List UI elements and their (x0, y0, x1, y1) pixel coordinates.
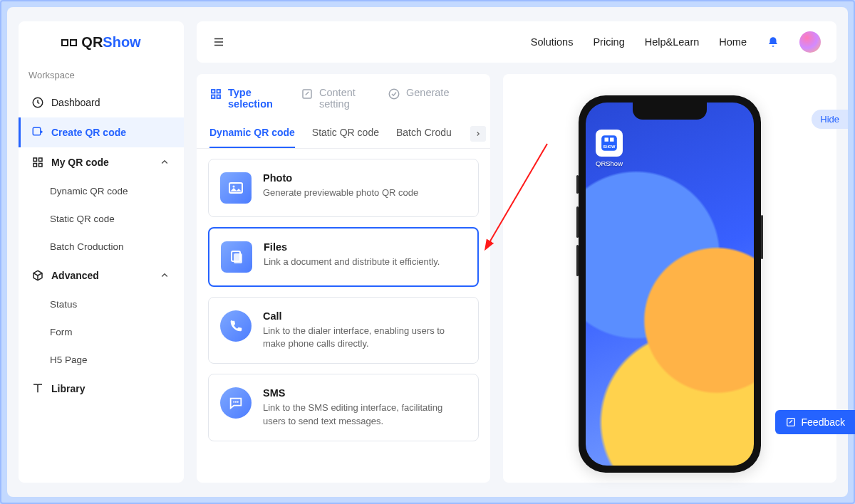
svg-rect-4 (33, 164, 37, 167)
svg-rect-5 (39, 164, 43, 167)
type-list: Photo Generate previewable photo QR code… (197, 149, 490, 451)
svg-rect-9 (217, 95, 221, 99)
svg-point-13 (233, 186, 235, 188)
nav-help[interactable]: Help&Learn (645, 36, 700, 48)
phone-mockup: SHOW QRShow (579, 95, 761, 473)
svg-point-17 (235, 401, 237, 403)
nav-solutions[interactable]: Solutions (531, 36, 574, 48)
phone-app-label: QRShow (596, 159, 623, 167)
grid-icon (209, 88, 222, 100)
svg-point-16 (233, 401, 234, 403)
sidebar-item-library[interactable]: Library (19, 374, 184, 404)
wizard-steps: Type selection Content setting Generate (197, 74, 490, 120)
hamburger-icon[interactable] (212, 36, 225, 48)
tab-dynamic[interactable]: Dynamic QR code (209, 120, 295, 148)
type-card-photo[interactable]: Photo Generate previewable photo QR code (208, 159, 479, 217)
topbar: Solutions Pricing Help&Learn Home (197, 21, 836, 63)
svg-rect-7 (217, 90, 221, 93)
svg-rect-6 (212, 90, 215, 93)
sidebar-sub-static[interactable]: Static QR code (19, 205, 184, 233)
chevron-up-icon (158, 156, 171, 169)
svg-rect-2 (33, 158, 37, 162)
sidebar-label: Advanced (51, 270, 99, 281)
sidebar-label: Library (51, 383, 85, 394)
type-title: Photo (263, 172, 418, 184)
grid-icon (31, 156, 44, 169)
sidebar-label: Dashboard (51, 97, 100, 108)
type-title: Call (263, 310, 467, 322)
bell-icon[interactable] (767, 36, 779, 48)
type-desc: Link to the SMS editing interface, facil… (263, 401, 467, 427)
type-title: SMS (263, 387, 467, 399)
user-avatar[interactable] (799, 31, 821, 53)
phone-screen: SHOW QRShow (586, 103, 754, 466)
step-content-setting[interactable]: Content setting (301, 87, 366, 110)
svg-rect-15 (234, 253, 242, 263)
sidebar-item-my-qr[interactable]: My QR code (19, 147, 184, 177)
sidebar-label: My QR code (51, 157, 109, 168)
builder-panel: Type selection Content setting Generate … (197, 74, 490, 483)
phone-icon (220, 310, 252, 342)
type-card-files[interactable]: Files Link a document and distribute it … (208, 227, 479, 287)
hide-preview-button[interactable]: Hide (812, 110, 848, 129)
files-icon (221, 241, 252, 273)
svg-rect-1 (33, 127, 41, 135)
svg-rect-20 (605, 137, 608, 141)
type-card-sms[interactable]: SMS Link to the SMS editing interface, f… (208, 374, 479, 441)
photo-icon (220, 172, 252, 204)
check-circle-icon (388, 88, 400, 100)
sidebar-item-advanced[interactable]: Advanced (19, 261, 184, 290)
sidebar-sub-h5[interactable]: H5 Page (19, 346, 184, 374)
svg-text:SHOW: SHOW (603, 145, 616, 149)
qr-type-tabs: Dynamic QR code Static QR code Batch Cro… (197, 120, 490, 149)
type-desc: Generate previewable photo QR code (263, 187, 418, 199)
svg-point-11 (389, 89, 399, 99)
type-desc: Link a document and distribute it effici… (264, 256, 440, 268)
type-card-call[interactable]: Call Link to the dialer interface, enabl… (208, 297, 479, 364)
svg-rect-3 (39, 158, 43, 162)
svg-rect-21 (610, 137, 613, 141)
create-plus-icon (31, 126, 44, 139)
step-type-selection[interactable]: Type selection (209, 87, 279, 110)
tabs-scroll-right[interactable] (470, 126, 486, 142)
sidebar: QRShow Workspace Dashboard Create QR cod… (19, 21, 184, 483)
sidebar-item-dashboard[interactable]: Dashboard (19, 88, 184, 117)
nav-home[interactable]: Home (719, 36, 747, 48)
svg-rect-8 (212, 95, 215, 99)
phone-app-icon: SHOW QRShow (596, 130, 623, 167)
sidebar-sub-dynamic[interactable]: Dynamic QR code (19, 177, 184, 205)
sidebar-sub-batch[interactable]: Batch Croduction (19, 233, 184, 261)
feedback-button[interactable]: Feedback (775, 410, 855, 434)
tab-batch[interactable]: Batch Crodu (396, 120, 452, 148)
cube-icon (31, 269, 44, 282)
nav-pricing[interactable]: Pricing (593, 36, 624, 48)
step-generate[interactable]: Generate (388, 87, 449, 110)
type-desc: Link to the dialer interface, enabling u… (263, 325, 467, 350)
svg-rect-19 (601, 135, 617, 151)
type-title: Files (264, 241, 440, 253)
svg-point-18 (237, 401, 239, 403)
book-icon (31, 382, 44, 395)
brand-logo[interactable]: QRShow (19, 21, 184, 64)
clock-icon (31, 96, 44, 109)
chevron-up-icon (158, 269, 171, 282)
sidebar-label: Create QR code (51, 127, 126, 138)
qr-logo-icon (61, 39, 77, 46)
sms-icon (220, 387, 252, 419)
tab-static[interactable]: Static QR code (312, 120, 379, 148)
workspace-label: Workspace (19, 64, 184, 88)
sidebar-sub-form[interactable]: Form (19, 318, 184, 346)
sidebar-item-create-qr[interactable]: Create QR code (19, 117, 184, 147)
edit-square-icon (785, 416, 797, 428)
brand-text: QRShow (81, 34, 140, 51)
edit-icon (301, 88, 314, 100)
sidebar-sub-status[interactable]: Status (19, 290, 184, 318)
